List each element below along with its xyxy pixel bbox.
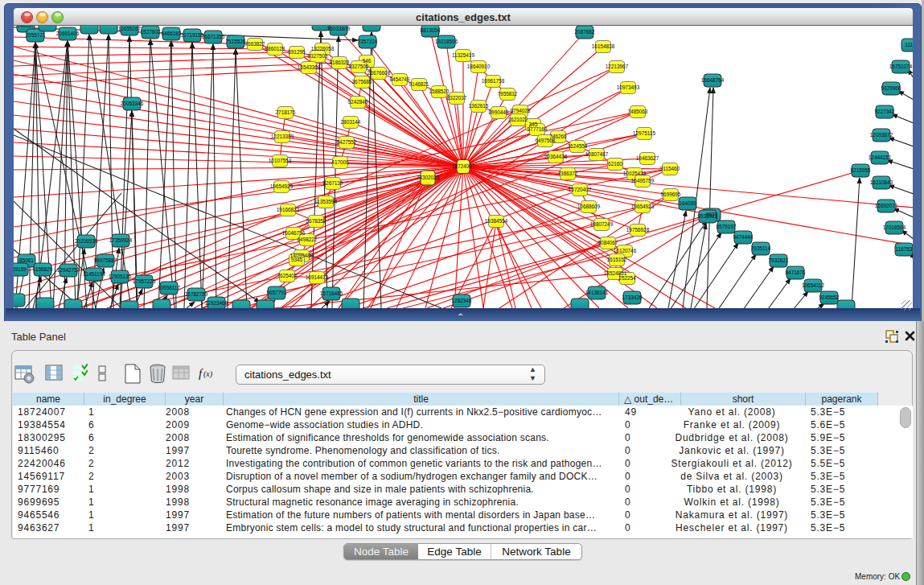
svg-text:17359924: 17359924 [109,237,133,243]
svg-text:20691406: 20691406 [56,31,80,36]
svg-text:2087682: 2087682 [575,29,595,35]
svg-text:15692071: 15692071 [875,203,898,208]
svg-text:9777169: 9777169 [528,126,548,132]
svg-text:9474444: 9474444 [733,234,754,240]
svg-text:20206535: 20206535 [75,238,98,244]
svg-text:12213389: 12213389 [271,134,294,139]
svg-text:7485063: 7485063 [628,109,648,114]
svg-text:8215955: 8215955 [851,167,871,173]
svg-text:1621022: 1621022 [508,117,528,122]
svg-text:19166827: 19166827 [277,207,300,212]
svg-text:10719155: 10719155 [181,32,204,38]
svg-text:9794028: 9794028 [511,108,531,113]
svg-text:8860128: 8860128 [265,46,285,51]
svg-text:16671355: 16671355 [202,34,225,39]
svg-text:85061: 85061 [19,257,34,263]
svg-text:23302023: 23302023 [417,175,440,180]
svg-text:19384554: 19384554 [485,218,508,224]
svg-text:8322037: 8322037 [447,95,467,101]
svg-text:10688609: 10688609 [577,204,601,209]
svg-text:9245652: 9245652 [819,295,840,300]
svg-text:2718176: 2718176 [276,109,296,115]
svg-text:9084067: 9084067 [598,240,618,245]
svg-text:15720407: 15720407 [569,187,592,192]
svg-text:164095: 164095 [679,200,696,206]
svg-text:7932621: 7932621 [769,257,789,263]
svg-text:1112: 1112 [905,42,913,47]
svg-text:8471676: 8471676 [786,270,806,275]
svg-text:3624554: 3624554 [568,143,588,149]
svg-text:7386372: 7386372 [558,171,578,176]
svg-text:20364436: 20364436 [544,154,568,159]
svg-text:19654923: 19654923 [631,204,655,209]
svg-text:10807487: 10807487 [585,151,609,157]
svg-text:10046756: 10046756 [282,230,306,236]
svg-text:16495759: 16495759 [631,178,655,183]
svg-text:2935114: 2935114 [751,245,771,251]
svg-text:13226058: 13226058 [311,46,335,51]
svg-text:417006: 417006 [331,159,349,165]
svg-text:116753: 116753 [896,246,913,252]
svg-text:14136141: 14136141 [585,290,609,295]
svg-text:2055721: 2055721 [26,32,46,38]
svg-text:19218506: 19218506 [435,39,458,44]
svg-text:10107553: 10107553 [269,158,292,163]
svg-text:1362615: 1362615 [469,103,489,109]
svg-text:20053346: 20053346 [121,101,144,106]
svg-text:8938921: 8938921 [698,213,718,219]
svg-text:39159: 39159 [14,266,27,272]
svg-text:16914479: 16914479 [306,274,329,280]
svg-text:15751074: 15751074 [889,64,913,69]
svg-text:10654112: 10654112 [802,282,824,288]
svg-text:18807249: 18807249 [590,221,614,227]
svg-text:6498222: 6498222 [298,237,318,242]
svg-text:12942757: 12942757 [57,267,80,273]
svg-text:15716485: 15716485 [320,290,343,296]
svg-text:12213967: 12213967 [606,64,629,69]
svg-text:6579197: 6579197 [717,224,737,229]
svg-text:9657791: 9657791 [267,290,287,295]
svg-text:16961758: 16961758 [482,78,505,84]
svg-text:16648764: 16648764 [701,77,725,83]
svg-text:9327503: 9327503 [308,53,328,59]
svg-text:8186328: 8186328 [330,60,350,65]
svg-text:8427552: 8427552 [337,139,357,145]
svg-text:11353594: 11353594 [314,199,337,204]
svg-text:2803144: 2803144 [341,119,361,125]
svg-text:8813054: 8813054 [421,27,441,33]
svg-text:8990448: 8990448 [489,109,509,115]
svg-text:252254: 252254 [618,275,636,281]
svg-text:8454749: 8454749 [390,76,410,82]
svg-text:9699695: 9699695 [661,192,681,197]
svg-text:140557: 140557 [17,26,35,28]
svg-text:9327506: 9327506 [349,64,369,69]
svg-text:9227342: 9227342 [875,109,895,114]
svg-text:10025433: 10025433 [623,171,647,176]
svg-text:16033809: 16033809 [327,26,351,31]
svg-text:12444151: 12444151 [869,154,892,160]
svg-text:7515526: 7515526 [226,39,246,44]
svg-text:17016504: 17016504 [883,225,906,230]
svg-text:1588520: 1588520 [429,89,450,94]
svg-text:16154838: 16154838 [592,43,615,49]
svg-text:1733426: 1733426 [622,295,643,300]
svg-text:18724007: 18724007 [452,163,475,169]
svg-text:9242848: 9242848 [348,99,368,105]
svg-text:16782759: 16782759 [185,291,208,297]
svg-text:12905135: 12905135 [109,274,132,279]
svg-text:18640910: 18640910 [467,64,491,69]
svg-text:16120746: 16120746 [614,248,637,253]
svg-text:7625402: 7625402 [277,273,298,278]
svg-text:11325419: 11325419 [452,52,474,58]
svg-text:17957225: 17957225 [133,278,156,284]
svg-text:1615152: 1615152 [607,257,627,262]
svg-text:9345: 9345 [291,257,303,262]
svg-text:62160: 62160 [608,161,622,167]
svg-text:9146821: 9146821 [409,81,429,87]
svg-text:7357224: 7357224 [358,39,378,44]
svg-text:891295: 891295 [288,49,306,55]
svg-text:99975887: 99975887 [94,257,117,263]
svg-text:7955812: 7955812 [498,91,518,97]
svg-text:9329966: 9329966 [881,85,901,91]
svg-text:23676608: 23676608 [368,70,391,76]
